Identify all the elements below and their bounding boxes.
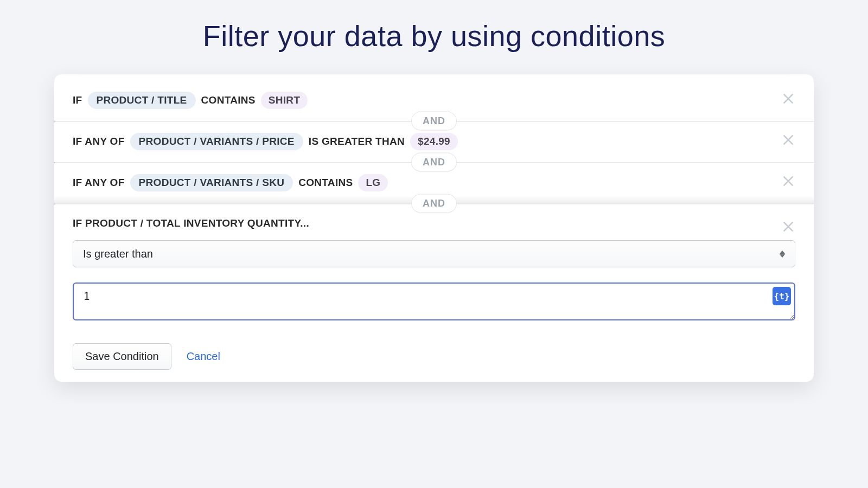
connector-and[interactable]: AND bbox=[411, 153, 457, 172]
select-caret-icon bbox=[780, 249, 787, 259]
value-input[interactable] bbox=[73, 282, 795, 320]
connector-and[interactable]: AND bbox=[411, 112, 457, 131]
condition-field-chip[interactable]: PRODUCT / VARIANTS / SKU bbox=[130, 174, 293, 191]
actions-row: Save Condition Cancel bbox=[54, 343, 814, 370]
condition-prefix: IF ANY OF bbox=[73, 136, 125, 147]
conditions-card: IF PRODUCT / TITLE CONTAINS SHIRT AND IF… bbox=[54, 74, 814, 382]
condition-prefix: IF bbox=[73, 94, 82, 106]
operator-select[interactable]: Is greater than bbox=[73, 240, 795, 267]
connector-and[interactable]: AND bbox=[411, 194, 457, 213]
condition-content: IF ANY OF PRODUCT / VARIANTS / SKU CONTA… bbox=[73, 174, 795, 191]
condition-operator: IS GREATER THAN bbox=[309, 136, 405, 147]
condition-operator: CONTAINS bbox=[201, 94, 256, 106]
condition-operator: CONTAINS bbox=[298, 177, 353, 189]
close-icon[interactable] bbox=[781, 133, 795, 147]
condition-value-chip[interactable]: $24.99 bbox=[410, 133, 458, 150]
svg-marker-8 bbox=[780, 251, 785, 254]
cancel-link[interactable]: Cancel bbox=[187, 350, 220, 363]
operator-select-value: Is greater than bbox=[83, 248, 153, 260]
condition-edit-row: IF PRODUCT / TOTAL INVENTORY QUANTITY...… bbox=[54, 203, 814, 343]
svg-marker-9 bbox=[780, 254, 785, 258]
close-icon[interactable] bbox=[781, 92, 795, 106]
condition-prefix: IF ANY OF bbox=[73, 177, 125, 189]
close-icon[interactable] bbox=[781, 220, 795, 234]
value-input-wrap: {t} bbox=[73, 282, 795, 323]
save-condition-button[interactable]: Save Condition bbox=[73, 343, 171, 370]
insert-template-button[interactable]: {t} bbox=[773, 287, 791, 305]
condition-content: IF ANY OF PRODUCT / VARIANTS / PRICE IS … bbox=[73, 133, 795, 150]
condition-value-chip[interactable]: LG bbox=[358, 174, 388, 191]
page-title: Filter your data by using conditions bbox=[0, 0, 868, 74]
condition-field-chip[interactable]: PRODUCT / VARIANTS / PRICE bbox=[130, 133, 303, 150]
condition-content: IF PRODUCT / TITLE CONTAINS SHIRT bbox=[73, 92, 795, 109]
condition-field-chip[interactable]: PRODUCT / TITLE bbox=[88, 92, 196, 109]
condition-edit-label: IF PRODUCT / TOTAL INVENTORY QUANTITY... bbox=[73, 217, 795, 229]
close-icon[interactable] bbox=[781, 174, 795, 188]
condition-value-chip[interactable]: SHIRT bbox=[261, 92, 308, 109]
